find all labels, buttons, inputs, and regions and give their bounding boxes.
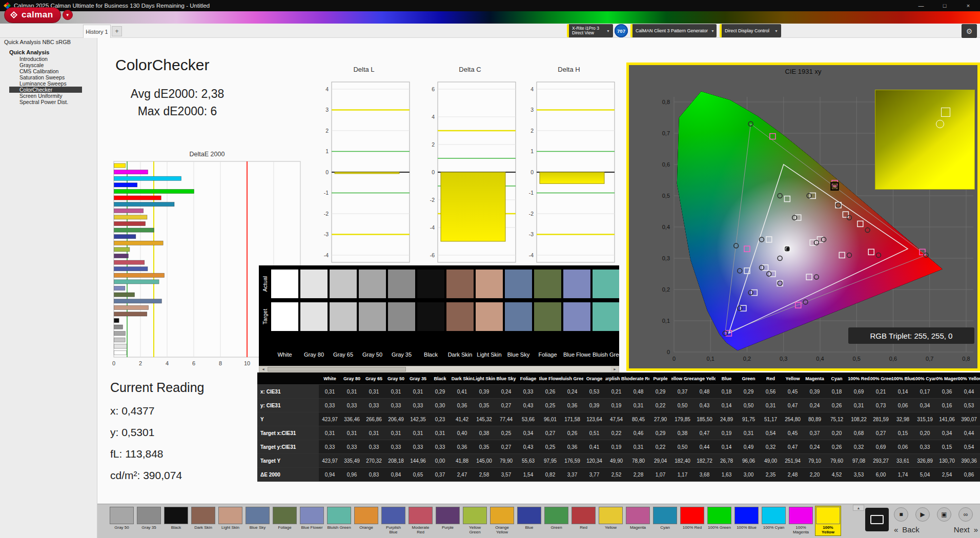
- table-cell: 0,22: [605, 426, 627, 440]
- table-cell: 0,33: [341, 440, 363, 454]
- palette-tile-gray-35[interactable]: Gray 35: [136, 506, 161, 535]
- sidebar-item-spectral-power-dist-[interactable]: Spectral Power Dist.: [9, 99, 82, 105]
- table-col-header-bluish-green: Bluish Green: [561, 373, 583, 385]
- table-cell: 179,85: [671, 412, 693, 426]
- play-button[interactable]: ▶: [915, 507, 930, 522]
- scroll-right-icon[interactable]: ►: [611, 366, 619, 372]
- palette-tile-blue-sky[interactable]: Blue Sky: [245, 506, 270, 535]
- palette-tile-100-green[interactable]: 100% Green: [707, 506, 732, 535]
- maximize-button[interactable]: □: [933, 0, 956, 11]
- table-cell: 0,31: [385, 426, 407, 440]
- display-control-dropdown[interactable]: Direct Display Control ▼: [720, 24, 781, 37]
- palette-tile-orange[interactable]: Orange: [354, 506, 379, 535]
- svg-text:1: 1: [530, 148, 534, 154]
- table-cell: 0,38: [473, 426, 495, 440]
- palette-tile-label: Black: [164, 525, 188, 535]
- expand-panel-icon[interactable]: ▲: [853, 505, 864, 511]
- palette-swatch: [409, 507, 433, 524]
- table-cell: 0,53: [583, 385, 605, 399]
- palette-tile-100-cyan[interactable]: 100% Cyan: [761, 506, 786, 535]
- swatch-name-label: Blue Sky: [505, 351, 532, 358]
- back-button[interactable]: « Back: [894, 525, 920, 534]
- chevron-down-icon: ▼: [711, 29, 714, 33]
- table-cell: 0,29: [649, 426, 671, 440]
- svg-text:0,7: 0,7: [926, 356, 933, 362]
- palette-tile-100-yellow[interactable]: 100% Yellow: [815, 506, 841, 535]
- add-tab-button[interactable]: +: [112, 26, 122, 36]
- table-corner-cell: [257, 373, 319, 385]
- sidebar-item-screen-uniformity[interactable]: Screen Uniformity: [9, 93, 82, 99]
- palette-tile-light-skin[interactable]: Light Skin: [218, 506, 243, 535]
- sidebar-item-grayscale[interactable]: Grayscale: [9, 62, 82, 68]
- svg-text:2: 2: [530, 128, 534, 134]
- palette-tile-gray-50[interactable]: Gray 50: [109, 506, 134, 535]
- palette-tile-bluish-green[interactable]: Bluish Green: [326, 506, 352, 535]
- settings-gear-icon[interactable]: ⚙: [962, 24, 977, 38]
- stop-button[interactable]: ■: [894, 507, 908, 522]
- close-button[interactable]: ×: [956, 0, 980, 11]
- tab-history-1[interactable]: History 1: [83, 25, 111, 38]
- deltae-bar-blue-sky: [114, 299, 162, 303]
- table-cell: 0,22: [649, 440, 671, 454]
- snapshot-button[interactable]: ▣: [937, 507, 951, 522]
- palette-tile-black[interactable]: Black: [164, 506, 189, 535]
- max-de2000: Max dE2000: 6: [100, 105, 254, 118]
- calman-logo[interactable]: calman ▼: [4, 7, 73, 23]
- palette-swatch: [490, 507, 514, 524]
- next-button[interactable]: Next »: [954, 525, 978, 534]
- palette-tile-dark-skin[interactable]: Dark Skin: [191, 506, 216, 535]
- palette-tile-100-blue[interactable]: 100% Blue: [734, 506, 759, 535]
- palette-tile-100-red[interactable]: 100% Red: [680, 506, 705, 535]
- palette-tile-orange-yellow[interactable]: Orange Yellow: [489, 506, 515, 535]
- palette-tile-magenta[interactable]: Magenta: [625, 506, 650, 535]
- palette-tile-yellow-green[interactable]: Yellow Green: [462, 506, 487, 535]
- palette-tile-foliage[interactable]: Foliage: [272, 506, 297, 535]
- table-cell: 0,20: [914, 426, 936, 440]
- table-cell: 423,97: [319, 412, 341, 426]
- sidebar-item-luminance-sweeps[interactable]: Luminance Sweeps: [9, 80, 82, 87]
- palette-tile-blue[interactable]: Blue: [517, 506, 542, 535]
- table-col-header-gray-35: Gray 35: [407, 373, 429, 385]
- table-cell: 0,19: [605, 399, 627, 412]
- table-cell: 0,37: [671, 385, 693, 399]
- palette-tile-yellow[interactable]: Yellow: [598, 506, 623, 535]
- reading-fl: fL: 113,848: [110, 448, 164, 460]
- meter-dropdown[interactable]: X-Rite i1Pro 3 Direct View ▼: [567, 24, 613, 37]
- scrollbar-thumb[interactable]: [268, 367, 406, 371]
- sidebar-item-colorchecker[interactable]: ColorChecker: [9, 87, 82, 93]
- swatch-scrollbar[interactable]: ◄ ►: [259, 366, 619, 373]
- table-cell: 0,39: [804, 385, 826, 399]
- scroll-left-icon[interactable]: ◄: [259, 366, 267, 372]
- palette-tile-moderate-red[interactable]: Moderate Red: [408, 506, 433, 535]
- loop-button[interactable]: ∞: [958, 507, 973, 522]
- logo-menu-chevron-icon[interactable]: ▼: [63, 10, 73, 20]
- swatch-name-label: Gray 80: [300, 351, 328, 358]
- minimize-button[interactable]: —: [909, 0, 933, 11]
- table-cell: 0,14: [716, 440, 738, 454]
- palette-tile-blue-flower[interactable]: Blue Flower: [299, 506, 324, 535]
- table-cell: 0,27: [539, 426, 561, 440]
- table-cell: 0,86: [958, 468, 980, 482]
- palette-tile-100-magenta[interactable]: 100% Magenta: [788, 506, 813, 535]
- meter-line2: Direct View: [572, 31, 599, 35]
- pattern-generator-dropdown[interactable]: CalMAN Client 3 Pattern Generator ▼: [630, 24, 717, 37]
- table-cell: 0,33: [363, 399, 385, 412]
- table-cell: 0,65: [407, 468, 429, 482]
- palette-tile-red[interactable]: Red: [571, 506, 596, 535]
- sidebar-item-introduction[interactable]: Introduction: [9, 56, 82, 62]
- inset-measured-marker: [936, 120, 944, 128]
- palette-tile-purplish-blue[interactable]: Purplish Blue: [381, 506, 406, 535]
- table-cell: 0,45: [782, 426, 804, 440]
- meter-status-badge[interactable]: 707: [615, 24, 628, 37]
- table-col-header-orange: Orange: [583, 373, 605, 385]
- palette-tile-green[interactable]: Green: [544, 506, 569, 535]
- svg-text:4: 4: [432, 114, 435, 120]
- tree-root-quick-analysis[interactable]: Quick Analysis: [0, 49, 97, 56]
- sidebar-item-saturation-sweeps[interactable]: Saturation Sweeps: [9, 74, 82, 80]
- palette-tile-cyan[interactable]: Cyan: [652, 506, 678, 535]
- display-pattern-button[interactable]: [865, 508, 889, 531]
- palette-tile-purple[interactable]: Purple: [435, 506, 460, 535]
- sidebar-item-cms-calibration[interactable]: CMS Calibration: [9, 68, 82, 74]
- calman-logo-pill[interactable]: calman: [4, 7, 61, 23]
- table-cell: 97,95: [539, 454, 561, 468]
